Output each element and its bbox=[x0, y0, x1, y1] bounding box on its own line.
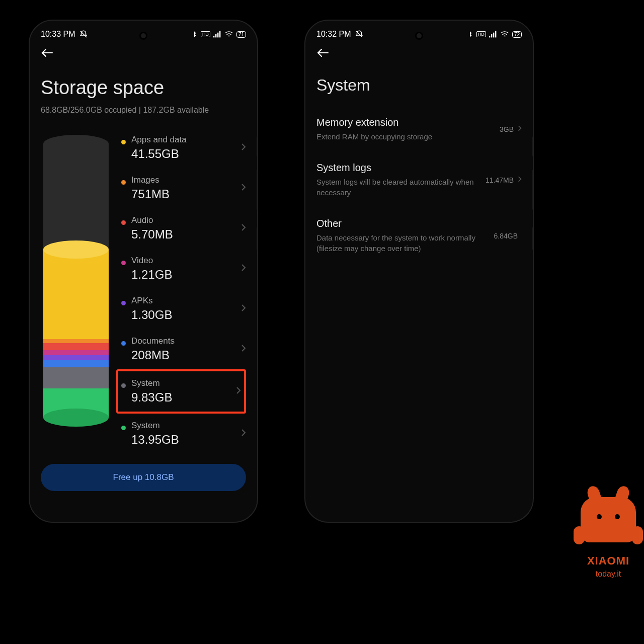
category-label: System bbox=[131, 378, 236, 388]
chevron-right-icon bbox=[241, 223, 246, 234]
svg-rect-5 bbox=[491, 34, 492, 37]
category-size: 9.83GB bbox=[131, 390, 236, 405]
system-item-title: Other bbox=[316, 218, 490, 229]
category-row-audio[interactable]: Audio 5.70MB bbox=[121, 208, 246, 249]
chevron-right-icon bbox=[241, 183, 246, 194]
battery-icon: 72 bbox=[512, 31, 522, 38]
free-up-button[interactable]: Free up 10.8GB bbox=[41, 464, 246, 491]
watermark: XIAOMI today.it bbox=[581, 497, 636, 579]
svg-rect-4 bbox=[489, 36, 490, 37]
category-size: 1.21GB bbox=[131, 268, 241, 282]
wifi-icon bbox=[500, 31, 509, 38]
system-item-desc: Extend RAM by occupying storage bbox=[316, 131, 496, 142]
side-button bbox=[532, 170, 534, 210]
category-dot-icon bbox=[121, 341, 126, 346]
category-size: 5.70MB bbox=[131, 227, 241, 242]
front-camera bbox=[415, 32, 423, 40]
side-button bbox=[257, 170, 258, 210]
category-label: Video bbox=[131, 256, 241, 266]
system-item-value: 11.47MB bbox=[486, 176, 514, 184]
page-title: System bbox=[305, 61, 533, 107]
category-dot-icon bbox=[121, 301, 126, 305]
watermark-brand: XIAOMI bbox=[587, 554, 629, 568]
hd-icon: HD bbox=[476, 31, 486, 37]
status-time: 10:33 PM bbox=[41, 30, 75, 39]
category-row-documents[interactable]: Documents 208MB bbox=[121, 329, 246, 369]
system-item-system-logs[interactable]: System logs System logs will be cleared … bbox=[316, 152, 522, 208]
phone-storage: 10:33 PM HD 71 Storage space 68.8GB/256.… bbox=[29, 20, 258, 523]
mute-icon bbox=[79, 30, 88, 39]
system-item-value: 6.84GB bbox=[494, 232, 518, 240]
category-size: 1.30GB bbox=[131, 308, 241, 322]
chevron-right-icon bbox=[241, 143, 246, 153]
system-item-title: System logs bbox=[316, 162, 481, 174]
category-row-apks[interactable]: APKs 1.30GB bbox=[121, 289, 246, 329]
bluetooth-icon bbox=[466, 31, 473, 38]
category-size: 13.95GB bbox=[131, 433, 241, 447]
svg-rect-1 bbox=[215, 34, 216, 37]
chevron-right-icon bbox=[241, 304, 246, 314]
svg-rect-6 bbox=[493, 33, 494, 38]
system-list: Memory extension Extend RAM by occupying… bbox=[305, 107, 533, 264]
mute-icon bbox=[355, 30, 364, 39]
storage-summary: 68.8GB/256.0GB occupied | 187.2GB availa… bbox=[30, 106, 257, 128]
category-dot-icon bbox=[121, 383, 126, 388]
category-label: Images bbox=[131, 175, 241, 185]
signal-icon bbox=[213, 31, 221, 38]
svg-rect-2 bbox=[217, 33, 218, 38]
system-item-title: Memory extension bbox=[316, 117, 496, 128]
back-button[interactable] bbox=[316, 47, 330, 61]
chevron-right-icon bbox=[236, 386, 241, 397]
page-title: Storage space bbox=[30, 61, 257, 106]
category-row-system[interactable]: System 13.95GB bbox=[121, 414, 246, 454]
category-dot-icon bbox=[121, 261, 126, 265]
category-label: Audio bbox=[131, 215, 241, 225]
signal-icon bbox=[489, 31, 497, 38]
status-time: 10:32 PM bbox=[316, 30, 351, 39]
category-size: 751MB bbox=[131, 187, 241, 201]
category-size: 41.55GB bbox=[131, 147, 241, 161]
category-label: System bbox=[131, 421, 241, 431]
watermark-site: today.it bbox=[596, 570, 621, 579]
chevron-right-icon bbox=[241, 264, 246, 274]
side-button bbox=[257, 227, 258, 250]
battery-icon: 71 bbox=[236, 31, 246, 38]
side-button bbox=[532, 136, 534, 156]
bluetooth-icon bbox=[191, 31, 198, 38]
svg-rect-3 bbox=[219, 31, 220, 38]
category-label: Apps and data bbox=[131, 135, 241, 145]
system-item-memory-extension[interactable]: Memory extension Extend RAM by occupying… bbox=[316, 107, 522, 152]
chevron-right-icon bbox=[241, 344, 246, 355]
system-item-desc: System logs will be cleared automaticall… bbox=[316, 177, 481, 198]
storage-cylinder-chart bbox=[41, 128, 111, 454]
chevron-right-icon bbox=[241, 429, 246, 439]
category-label: APKs bbox=[131, 296, 241, 306]
category-row-system[interactable]: System 9.83GB bbox=[116, 369, 246, 414]
side-button bbox=[257, 136, 258, 156]
category-label: Documents bbox=[131, 336, 241, 346]
front-camera bbox=[139, 32, 147, 40]
chevron-right-icon bbox=[518, 176, 522, 185]
svg-rect-7 bbox=[495, 31, 496, 38]
category-dot-icon bbox=[121, 180, 126, 185]
side-button bbox=[532, 227, 534, 250]
back-button[interactable] bbox=[41, 47, 54, 61]
wifi-icon bbox=[224, 31, 233, 38]
system-item-value: 3GB bbox=[500, 125, 514, 133]
category-dot-icon bbox=[121, 220, 126, 225]
category-dot-icon bbox=[121, 140, 126, 144]
category-list: Apps and data 41.55GB Images 751MB Audio… bbox=[121, 128, 246, 454]
category-row-apps-and-data[interactable]: Apps and data 41.55GB bbox=[121, 128, 246, 168]
category-row-images[interactable]: Images 751MB bbox=[121, 168, 246, 208]
category-dot-icon bbox=[121, 426, 126, 430]
system-item-other: Other Data necessary for the system to w… bbox=[316, 208, 522, 264]
svg-rect-0 bbox=[213, 36, 214, 37]
system-item-desc: Data necessary for the system to work no… bbox=[316, 232, 490, 254]
category-row-video[interactable]: Video 1.21GB bbox=[121, 249, 246, 289]
chevron-right-icon bbox=[518, 125, 522, 134]
category-size: 208MB bbox=[131, 348, 241, 362]
phone-system: 10:32 PM HD 72 System Memory extension E… bbox=[304, 20, 534, 523]
hd-icon: HD bbox=[201, 31, 210, 37]
